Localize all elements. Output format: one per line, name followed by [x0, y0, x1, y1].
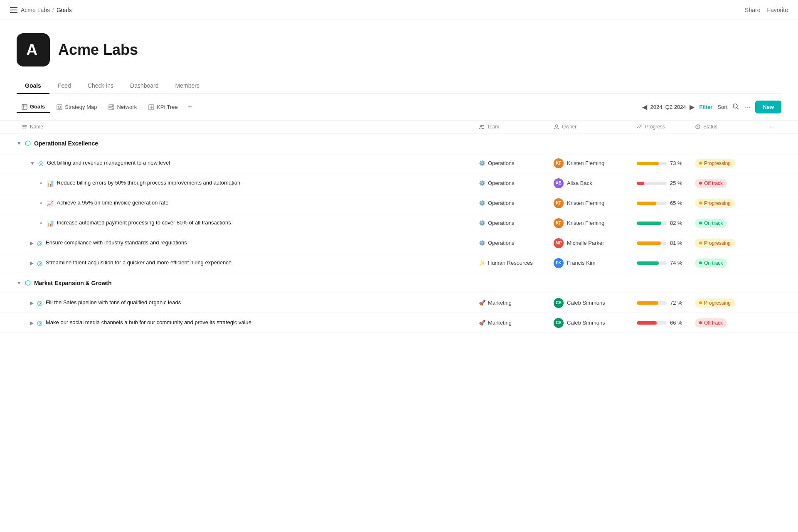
- progress-cell: 73 %: [632, 160, 690, 166]
- goal-chevron[interactable]: ▶: [30, 260, 34, 266]
- team-icon: 🚀: [479, 300, 485, 306]
- progress-value: 65 %: [670, 200, 682, 206]
- status-badge: Progressing: [695, 239, 735, 248]
- progress-value: 81 %: [670, 240, 682, 246]
- goal-text: Make our social media channels a hub for…: [46, 319, 251, 326]
- status-dot: [699, 222, 702, 224]
- progress-bar: [637, 202, 656, 205]
- add-view-button[interactable]: +: [185, 101, 196, 113]
- share-button[interactable]: Share: [745, 7, 760, 13]
- status-badge: Progressing: [695, 199, 735, 208]
- nav-tab-members[interactable]: Members: [167, 78, 208, 94]
- sort-button[interactable]: Sort: [717, 104, 727, 110]
- owner-name: Kristen Fleming: [567, 220, 604, 226]
- brand-name: Acme Labs: [58, 41, 138, 59]
- progress-bar-bg: [637, 182, 667, 185]
- status-dot: [699, 182, 702, 185]
- search-button[interactable]: [732, 103, 739, 111]
- filter-button[interactable]: Filter: [699, 104, 713, 110]
- progress-bar: [637, 222, 661, 225]
- status-dot: [699, 321, 702, 324]
- period-label: 2024, Q2 2024: [650, 104, 686, 110]
- more-button[interactable]: ···: [744, 103, 750, 111]
- team-icon: ✨: [479, 260, 485, 266]
- goal-icon: 📊: [47, 180, 54, 187]
- period-prev-button[interactable]: ◀: [642, 103, 647, 111]
- progress-cell: 74 %: [632, 260, 690, 266]
- goal-text: Fill the Sales pipeline with tons of qua…: [46, 299, 181, 306]
- table-row: • 📊 Increase automated payment processin…: [0, 213, 798, 233]
- progress-bar-bg: [637, 261, 667, 265]
- section-chevron[interactable]: ▼: [17, 140, 22, 146]
- progress-cell: 65 %: [632, 200, 690, 206]
- progress-bar: [637, 241, 661, 245]
- goal-name-cell: ▶ ◎ Streamline talent acquisition for a …: [17, 255, 474, 271]
- progress-value: 25 %: [670, 180, 682, 186]
- owner-cell: KF Kristen Fleming: [549, 218, 632, 228]
- status-cell: Progressing: [690, 159, 765, 168]
- favorite-button[interactable]: Favorite: [767, 7, 788, 13]
- progress-bar: [637, 261, 659, 265]
- view-network[interactable]: Network: [103, 101, 142, 113]
- col-team: Team: [474, 121, 549, 133]
- nav-tab-checkins[interactable]: Check-ins: [79, 78, 122, 94]
- goal-text: Increase automated payment processing to…: [57, 219, 231, 227]
- goals-table: Name Team Owner Progress Status ··· ▼ ⬡ …: [0, 121, 798, 333]
- goal-chevron[interactable]: ▶: [30, 240, 34, 246]
- hamburger-menu[interactable]: [10, 7, 17, 13]
- team-name: Operations: [488, 200, 515, 206]
- goal-text: Streamline talent acquisition for a quic…: [46, 259, 232, 266]
- status-cell: Progressing: [690, 239, 765, 248]
- goal-icon: ◎: [37, 259, 42, 267]
- table-row: ▼ ◎ Get billing and revenue management t…: [0, 153, 798, 173]
- goal-name-cell: • 📈 Achieve a 95% on-time invoice genera…: [17, 195, 474, 211]
- progress-value: 73 %: [670, 160, 682, 166]
- section-name-cell: ▼ ⬡ Operational Excellence: [17, 135, 474, 151]
- goal-icon: ◎: [38, 160, 44, 167]
- view-kpi-tree[interactable]: KPI Tree: [143, 101, 183, 113]
- breadcrumb-app[interactable]: Acme Labs: [21, 7, 50, 13]
- brand: A Acme Labs: [17, 33, 781, 66]
- section-chevron[interactable]: ▼: [17, 280, 22, 286]
- goal-chevron[interactable]: ▶: [30, 320, 34, 326]
- progress-bar-bg: [637, 241, 667, 245]
- progress-value: 66 %: [670, 320, 682, 326]
- progress-value: 82 %: [670, 220, 682, 226]
- owner-name: Francis Kim: [567, 260, 596, 266]
- status-cell: On track: [690, 259, 765, 268]
- goal-text: Achieve a 95% on-time invoice generation…: [57, 199, 169, 207]
- team-cell: ⚙️ Operations: [474, 240, 549, 246]
- owner-name: Alisa Back: [567, 180, 592, 186]
- goal-icon: 📊: [47, 220, 54, 227]
- section-icon: ⬡: [25, 279, 31, 287]
- col-more[interactable]: ···: [765, 121, 781, 133]
- status-badge: Off track: [695, 318, 727, 328]
- team-icon: ⚙️: [479, 240, 485, 246]
- goal-chevron[interactable]: ▶: [30, 300, 34, 306]
- team-name: Marketing: [488, 320, 512, 326]
- bullet-icon: •: [40, 200, 42, 207]
- period-next-button[interactable]: ▶: [690, 103, 695, 111]
- status-cell: Off track: [690, 318, 765, 328]
- nav-tab-feed[interactable]: Feed: [49, 78, 79, 94]
- col-name: Name: [17, 121, 474, 133]
- nav-tab-dashboard[interactable]: Dashboard: [122, 78, 167, 94]
- section-title: Market Expansion & Growth: [34, 280, 112, 286]
- avatar: MP: [554, 238, 564, 248]
- goal-name-cell: • 📊 Reduce billing errors by 50% through…: [17, 175, 474, 191]
- svg-rect-1: [22, 104, 27, 109]
- breadcrumb-current: Goals: [57, 7, 72, 13]
- goal-chevron[interactable]: ▼: [30, 160, 35, 166]
- status-badge: Off track: [695, 179, 727, 188]
- top-bar: Acme Labs / Goals Share Favorite: [0, 0, 798, 20]
- owner-cell: KF Kristen Fleming: [549, 158, 632, 168]
- view-goals[interactable]: Goals: [17, 101, 50, 113]
- top-bar-left: Acme Labs / Goals: [10, 7, 72, 13]
- view-strategy-map[interactable]: Strategy Map: [52, 101, 102, 113]
- svg-point-7: [110, 106, 111, 108]
- owner-name: Caleb Simmons: [567, 300, 605, 306]
- nav-tab-goals[interactable]: Goals: [17, 78, 49, 94]
- progress-bar: [637, 162, 659, 165]
- svg-line-11: [111, 107, 112, 108]
- new-button[interactable]: New: [755, 101, 781, 113]
